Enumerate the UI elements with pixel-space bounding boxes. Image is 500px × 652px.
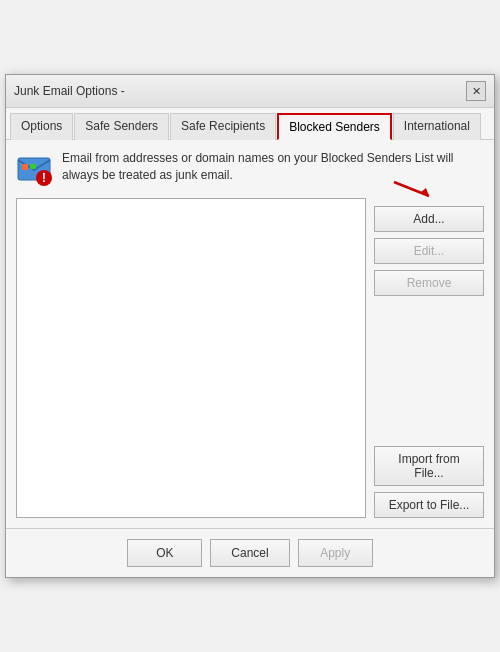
export-to-file-button[interactable]: Export to File... (374, 492, 484, 518)
tabs-container: Options Safe Senders Safe Recipients Blo… (6, 108, 494, 140)
tab-safe-senders[interactable]: Safe Senders (74, 113, 169, 140)
close-button[interactable]: ✕ (466, 81, 486, 101)
dialog-footer: OK Cancel Apply (6, 528, 494, 577)
ok-button[interactable]: OK (127, 539, 202, 567)
tab-international[interactable]: International (393, 113, 481, 140)
add-button[interactable]: Add... (374, 206, 484, 232)
edit-button[interactable]: Edit... (374, 238, 484, 264)
main-section: Add... Edit... Remove Import from File..… (16, 198, 484, 518)
title-bar-controls: ✕ (466, 81, 486, 101)
side-buttons: Add... Edit... Remove Import from File..… (374, 198, 484, 518)
remove-button[interactable]: Remove (374, 270, 484, 296)
svg-rect-3 (22, 164, 28, 170)
description-text: Email from addresses or domain names on … (62, 150, 484, 184)
tab-safe-recipients[interactable]: Safe Recipients (170, 113, 276, 140)
tab-options[interactable]: Options (10, 113, 73, 140)
apply-button[interactable]: Apply (298, 539, 373, 567)
email-icon: ! (16, 150, 52, 186)
blocked-senders-list[interactable] (16, 198, 366, 518)
description-row: ! Email from addresses or domain names o… (16, 150, 484, 186)
spacer (374, 302, 484, 440)
junk-email-options-dialog: Junk Email Options - ✕ Options Safe Send… (5, 74, 495, 578)
content-area: ! Email from addresses or domain names o… (6, 140, 494, 528)
svg-text:!: ! (42, 170, 46, 185)
dialog-title: Junk Email Options - (14, 84, 125, 98)
tab-blocked-senders[interactable]: Blocked Senders (277, 113, 392, 140)
title-bar: Junk Email Options - ✕ (6, 75, 494, 108)
cancel-button[interactable]: Cancel (210, 539, 289, 567)
import-from-file-button[interactable]: Import from File... (374, 446, 484, 486)
svg-rect-4 (30, 164, 36, 169)
svg-marker-6 (421, 188, 429, 196)
